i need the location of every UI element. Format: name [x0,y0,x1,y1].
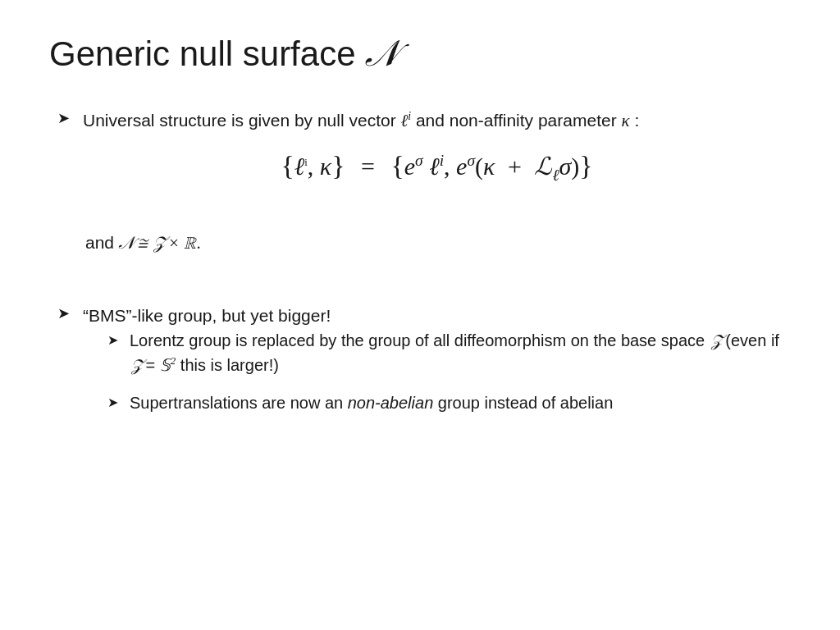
bullet-content-2: “BMS”-like group, but yet bigger! ➤ Lore… [83,303,791,429]
sub2-text1: Supertranslations are now an [130,394,343,412]
equation-ell: ℓi [294,153,308,180]
title-math-symbol: 𝒩 [366,33,395,75]
slide-title: Generic null surface 𝒩 [49,33,791,75]
bullet1-text-before: Universal structure is given by null vec… [83,111,396,130]
sub1-text1: Lorentz group is replaced by the group o… [130,331,710,349]
equation-comma2: , [444,153,450,180]
equation-ell2: ℓi [429,153,444,180]
equation-right-brace-close: } [579,150,592,180]
sub1-S2: 𝕊2 [160,356,176,374]
bullet-arrow-1: ➤ [57,109,70,127]
equation-display: {ℓi, κ} = {eσ ℓi, eσ(κ + ℒℓσ)} [83,144,791,187]
bullet-content-1: Universal structure is given by null vec… [83,107,791,200]
sub1-Z: 𝒵 [710,331,721,349]
equation-paren-open: ( [475,153,483,180]
equation-equals: = [351,153,385,180]
bullet-arrow-2: ➤ [57,304,70,322]
sub2-text3: group instead of abelian [438,394,614,412]
sub1-equals: = [141,356,160,374]
and-math: 𝒩 ≅ 𝒵 × ℝ. [119,233,201,253]
sub-bullet-arrow-2: ➤ [107,393,118,413]
equation-kappa2: κ [483,153,495,180]
sub-bullet-2: ➤ Supertranslations are now an non-abeli… [107,390,791,415]
equation-comma-kappa: , κ [308,153,331,180]
sub1-text2: (even if [721,331,779,349]
and-text: and [85,233,114,252]
bullet-item-2: ➤ “BMS”-like group, but yet bigger! ➤ Lo… [57,303,791,429]
spacer [57,278,791,303]
equation-paren-close: ) [571,153,579,180]
sub-bullet-1: ➤ Lorentz group is replaced by the group… [107,328,791,377]
sub-bullet-arrow-1: ➤ [107,331,118,350]
bullet2-text: “BMS”-like group, but yet bigger! [83,306,331,325]
equation-left-brace: { [281,150,294,180]
bullet1-ell-i: ℓi [401,111,412,130]
sub-bullet-content-1: Lorentz group is replaced by the group o… [130,328,791,377]
bullet1-kappa: κ [622,111,630,130]
sub1-text3: this is larger!) [176,356,279,374]
bullet1-text-after: : [634,111,639,130]
sub1-Z2: 𝒵 [130,356,141,374]
sub2-italic: non-abelian [348,394,434,412]
equation-plus: + [501,153,528,180]
equation-lie: ℒℓσ [534,153,571,180]
and-line: and 𝒩 ≅ 𝒵 × ℝ. [85,233,791,253]
equation-right-brace-left: } [331,150,345,180]
title-text: Generic null surface [49,34,356,74]
bullet-item-1: ➤ Universal structure is given by null v… [57,107,791,200]
slide-content: ➤ Universal structure is given by null v… [49,107,791,428]
equation-e-sigma1: eσ [404,153,423,180]
sub-bullet-content-2: Supertranslations are now an non-abelian… [130,390,613,415]
equation-right-brace-open: { [390,150,404,180]
equation-e-sigma2: eσ [456,153,475,180]
bullet1-text-middle: and non-affinity parameter [416,111,622,130]
